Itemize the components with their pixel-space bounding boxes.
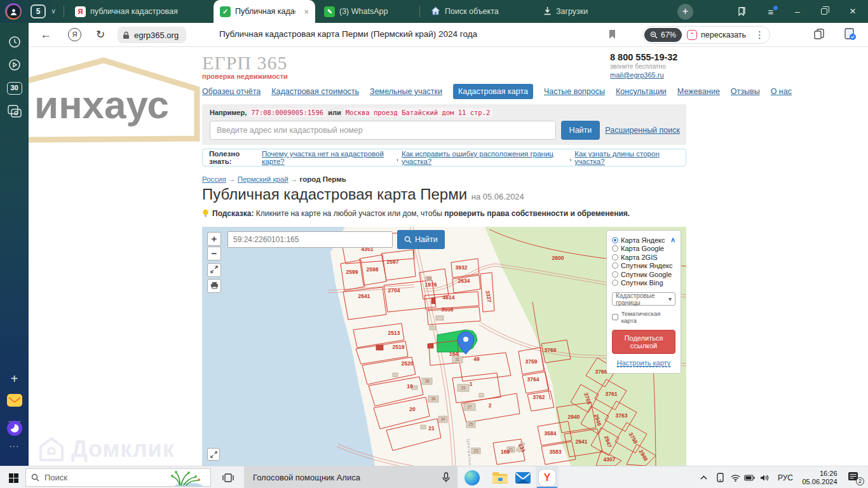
map-print-button[interactable] bbox=[207, 279, 221, 293]
alice-icon[interactable] bbox=[0, 420, 29, 439]
map-find-button[interactable]: Найти bbox=[397, 230, 445, 249]
parcel-label[interactable]: 2598 bbox=[367, 266, 379, 273]
retell-button[interactable]: “ пересказать bbox=[687, 30, 746, 40]
parcel-label[interactable]: 2941 bbox=[576, 438, 588, 445]
nav-reviews[interactable]: Отзывы bbox=[731, 87, 760, 96]
parcel-label[interactable]: 2597 bbox=[387, 259, 399, 265]
parcel-label[interactable]: 39 bbox=[426, 276, 431, 281]
notification-center-icon[interactable]: 2 bbox=[844, 466, 865, 488]
parcel-label[interactable]: 49 bbox=[473, 356, 480, 362]
nav-surveying[interactable]: Межевание bbox=[677, 87, 720, 96]
parcel-label[interactable]: 2600 bbox=[552, 255, 564, 261]
parcel-label[interactable]: 164 bbox=[449, 351, 458, 357]
parcel-label[interactable]: 2599 bbox=[346, 269, 358, 275]
layer-option-2gis-map[interactable]: Карта 2GIS bbox=[612, 253, 675, 262]
parcel-label[interactable]: 2 bbox=[489, 402, 492, 409]
battery-icon[interactable] bbox=[741, 466, 757, 488]
borders-select[interactable]: Кадастровые границы▾ bbox=[612, 292, 675, 306]
video-icon[interactable] bbox=[0, 58, 29, 74]
parcel-label[interactable]: 3763 bbox=[616, 412, 628, 419]
layer-option-google-sat[interactable]: Спутник Google bbox=[612, 270, 675, 279]
nav-faq[interactable]: Частые вопросы bbox=[544, 87, 605, 96]
parcel-label[interactable]: 3762 bbox=[533, 394, 545, 400]
nav-cadastral-map[interactable]: Кадастровая карта bbox=[453, 84, 533, 99]
parcel-label[interactable]: 34 bbox=[440, 417, 445, 421]
map-search-input[interactable] bbox=[227, 231, 393, 248]
parcel-label[interactable]: 2704 bbox=[388, 287, 400, 294]
parcel-label[interactable]: 2634 bbox=[458, 278, 470, 284]
taskbar-search[interactable]: Поиск bbox=[25, 468, 211, 487]
parcel-label[interactable]: 19 bbox=[407, 383, 413, 390]
bookmarks-icon[interactable] bbox=[731, 0, 752, 23]
configure-map-link[interactable]: Настроить карту bbox=[617, 359, 671, 367]
email-link[interactable]: mail@egrp365.ru bbox=[610, 71, 664, 79]
zoom-control[interactable]: 67% bbox=[644, 28, 682, 42]
screenshot-icon[interactable] bbox=[0, 104, 29, 121]
parcel-label[interactable]: 3327 bbox=[484, 290, 492, 303]
new-tab-button[interactable]: + bbox=[677, 4, 693, 20]
translate-doc-icon[interactable] bbox=[844, 28, 857, 43]
parcel-label[interactable]: 21 bbox=[428, 425, 435, 431]
layer-option-yandex-map[interactable]: Карта Яндекс bbox=[612, 236, 675, 245]
know-link-2[interactable]: Как исправить ошибку расположения границ… bbox=[402, 150, 566, 165]
parcel-label[interactable]: 31 bbox=[455, 357, 460, 362]
parcel-label[interactable]: 3583 bbox=[550, 449, 562, 455]
parcel-label[interactable]: 1 bbox=[470, 381, 473, 387]
history-icon[interactable] bbox=[0, 36, 29, 51]
parcel-label[interactable]: 36 bbox=[431, 396, 436, 401]
yandex-services-icon[interactable]: Я bbox=[68, 28, 81, 41]
parcel-label[interactable]: 4614 bbox=[443, 294, 455, 301]
close-window-button[interactable]: × bbox=[841, 0, 864, 23]
parcel-label[interactable]: 3556 bbox=[442, 306, 454, 313]
tray-chevron-icon[interactable] bbox=[696, 466, 711, 488]
parcel-label[interactable]: 1976 bbox=[425, 281, 437, 288]
file-explorer-icon[interactable] bbox=[491, 468, 510, 487]
collapse-panel-icon[interactable]: ∧ bbox=[670, 236, 675, 244]
reload-button[interactable]: ↻ bbox=[96, 28, 105, 41]
parcel-label[interactable]: 3 bbox=[430, 344, 432, 348]
alice-assistant-bar[interactable]: Голосовой помощник Алиса bbox=[244, 466, 458, 488]
parcel-label[interactable]: 3769 bbox=[545, 347, 557, 353]
parcel-label[interactable]: 4307 bbox=[604, 456, 616, 463]
profile-avatar-icon[interactable] bbox=[5, 3, 22, 20]
parcel-label[interactable]: 3766 bbox=[595, 369, 607, 375]
phone-link-icon[interactable] bbox=[712, 466, 728, 488]
nav-about[interactable]: О нас bbox=[771, 87, 792, 96]
parcel-label[interactable]: 2513 bbox=[388, 330, 400, 336]
layer-option-yandex-sat[interactable]: Спутник Яндекс bbox=[612, 262, 675, 271]
browser-menu-icon[interactable]: ≡ bbox=[760, 0, 782, 23]
address-bar[interactable]: egrp365.org bbox=[118, 27, 186, 43]
tab-object-search[interactable]: Поиск объекта bbox=[424, 0, 526, 23]
task-view-icon[interactable] bbox=[219, 468, 238, 487]
parcel-label[interactable]: 21 bbox=[508, 447, 513, 452]
site-logo[interactable]: ЕГРП 365 проверка недвижимости bbox=[202, 52, 288, 80]
parcel-label[interactable]: 3932 bbox=[456, 264, 468, 271]
breadcrumb-russia[interactable]: Россия bbox=[202, 175, 226, 183]
tab-counter[interactable]: 5 bbox=[31, 4, 46, 18]
back-button[interactable]: ← bbox=[40, 28, 51, 41]
calendar-icon[interactable]: 30 bbox=[0, 81, 29, 95]
minimize-button[interactable]: – bbox=[787, 0, 808, 23]
nav-report-sample[interactable]: Образец отчёта bbox=[202, 87, 261, 96]
start-button[interactable] bbox=[4, 468, 23, 487]
edge-icon[interactable] bbox=[463, 468, 482, 487]
know-link-1[interactable]: Почему участка нет на кадастровой карте? bbox=[262, 150, 393, 165]
tab-downloads[interactable]: Загрузки bbox=[537, 0, 632, 23]
breadcrumb-region[interactable]: Пермский край bbox=[238, 175, 288, 183]
map-zoom-in-button[interactable]: + bbox=[207, 232, 221, 246]
parcel-label[interactable]: 3759 bbox=[526, 358, 538, 365]
yandex-browser-icon[interactable]: Y bbox=[538, 468, 557, 487]
map-fullscreen-button[interactable] bbox=[207, 263, 221, 277]
parcel-label[interactable]: 23 bbox=[473, 449, 478, 453]
thematic-map-checkbox[interactable]: Тематическая карта bbox=[612, 310, 675, 324]
parcel-label[interactable]: 29 bbox=[461, 386, 466, 390]
parcel-label[interactable]: 25 bbox=[468, 422, 473, 426]
advanced-search-link[interactable]: Расширенный поиск bbox=[605, 126, 680, 135]
clock[interactable]: 16:2605.06.2024 bbox=[797, 466, 842, 488]
share-link-button[interactable]: Поделиться ссылкой bbox=[612, 330, 675, 354]
parcel-label[interactable]: 2641 bbox=[358, 293, 370, 299]
maximize-button[interactable] bbox=[813, 0, 835, 23]
chevron-down-icon[interactable]: ∨ bbox=[51, 7, 56, 15]
sidebar-add-icon[interactable]: + bbox=[0, 372, 29, 386]
parcel-label[interactable]: 3584 bbox=[545, 430, 557, 437]
